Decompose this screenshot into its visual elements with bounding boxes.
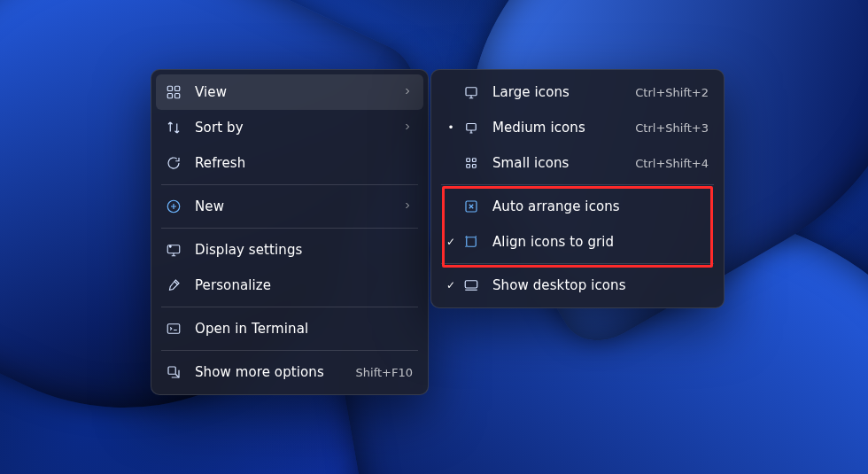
menu-item-view[interactable]: View [156, 74, 423, 110]
brush-icon [165, 276, 182, 294]
menu-item-label: Display settings [195, 242, 413, 258]
svg-point-6 [169, 245, 171, 247]
svg-rect-10 [467, 124, 477, 131]
desktop-icon [462, 276, 480, 294]
menu-item-open-in-terminal[interactable]: Open in Terminal [156, 311, 423, 346]
svg-rect-8 [168, 367, 175, 374]
grid-icon [165, 83, 182, 101]
svg-rect-11 [467, 159, 470, 162]
svg-rect-1 [175, 86, 180, 90]
svg-rect-12 [473, 159, 477, 162]
svg-rect-3 [175, 94, 180, 98]
submenu-item-show-desktop-icons[interactable]: ✓ Show desktop icons [436, 268, 719, 303]
submenu-item-label: Large icons [492, 84, 614, 100]
submenu-item-label: Show desktop icons [492, 277, 709, 293]
submenu-item-label: Medium icons [492, 120, 614, 136]
menu-item-new[interactable]: New [156, 189, 423, 224]
check-mark: ✓ [445, 236, 457, 248]
submenu-item-label: Small icons [492, 155, 614, 171]
menu-item-show-more-options[interactable]: Show more options Shift+F10 [156, 354, 423, 390]
submenu-item-label: Auto arrange icons [492, 198, 709, 214]
radio-mark: • [445, 121, 457, 134]
auto-arrange-icon [462, 198, 480, 215]
menu-item-personalize[interactable]: Personalize [156, 268, 423, 303]
menu-separator [161, 228, 418, 229]
monitor-medium-icon [462, 119, 480, 136]
monitor-large-icon [462, 83, 480, 101]
menu-separator [161, 307, 418, 307]
desktop-context-menu: View Sort by Refresh New Disp [151, 69, 429, 395]
submenu-item-label: Align icons to grid [492, 234, 709, 250]
submenu-item-medium-icons[interactable]: • Medium icons Ctrl+Shift+3 [436, 110, 719, 145]
menu-item-label: Open in Terminal [195, 321, 413, 337]
submenu-item-large-icons[interactable]: Large icons Ctrl+Shift+2 [436, 74, 719, 110]
menu-item-label: Refresh [195, 155, 413, 171]
menu-separator [441, 263, 714, 264]
menu-item-label: Show more options [195, 364, 335, 380]
view-submenu: Large icons Ctrl+Shift+2 • Medium icons … [430, 69, 725, 308]
svg-rect-13 [467, 165, 470, 168]
chevron-right-icon [402, 199, 413, 214]
submenu-item-small-icons[interactable]: Small icons Ctrl+Shift+4 [436, 145, 719, 181]
menu-item-label: View [195, 84, 381, 100]
sort-icon [165, 119, 182, 136]
submenu-item-shortcut: Ctrl+Shift+2 [635, 86, 709, 99]
menu-item-label: Personalize [195, 277, 413, 293]
svg-rect-9 [466, 88, 477, 96]
menu-item-label: New [195, 198, 381, 214]
check-mark: ✓ [445, 279, 457, 291]
svg-rect-14 [473, 165, 477, 168]
svg-rect-2 [167, 94, 172, 98]
plus-circle-icon [165, 198, 182, 215]
menu-separator [441, 184, 714, 185]
svg-rect-17 [465, 281, 477, 288]
chevron-right-icon [402, 85, 413, 99]
menu-separator [161, 350, 418, 351]
menu-item-shortcut: Shift+F10 [356, 366, 413, 379]
align-grid-icon [462, 233, 480, 251]
svg-rect-16 [467, 237, 477, 247]
submenu-item-auto-arrange[interactable]: Auto arrange icons [436, 189, 719, 224]
submenu-item-shortcut: Ctrl+Shift+4 [635, 157, 709, 170]
menu-item-display-settings[interactable]: Display settings [156, 232, 423, 268]
menu-item-refresh[interactable]: Refresh [156, 145, 423, 181]
menu-item-label: Sort by [195, 120, 381, 136]
svg-rect-7 [167, 324, 180, 334]
submenu-item-align-to-grid[interactable]: ✓ Align icons to grid [436, 224, 719, 260]
refresh-icon [165, 154, 182, 172]
svg-rect-0 [167, 86, 172, 90]
chevron-right-icon [402, 120, 413, 135]
expand-options-icon [165, 363, 182, 381]
terminal-icon [165, 320, 182, 338]
menu-item-sort-by[interactable]: Sort by [156, 110, 423, 145]
submenu-item-shortcut: Ctrl+Shift+3 [635, 121, 709, 135]
menu-separator [161, 184, 418, 185]
small-grid-icon [462, 154, 480, 172]
display-settings-icon [165, 241, 182, 259]
